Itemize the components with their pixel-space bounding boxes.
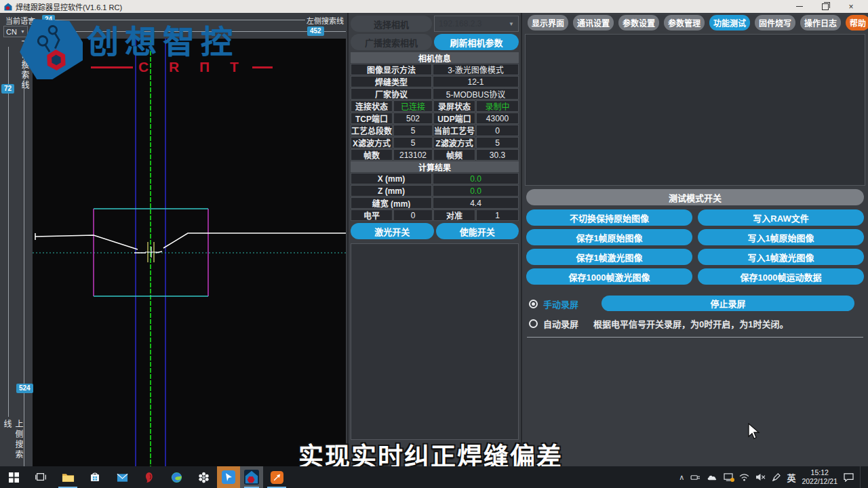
manual-record-label: 手动录屏: [543, 298, 578, 310]
left-search-line-slider[interactable]: [31, 31, 346, 32]
red-ribbon-icon: [144, 472, 154, 483]
action-center-icon[interactable]: [844, 473, 854, 482]
camera-image-view[interactable]: [33, 39, 346, 466]
tray-expand-chevron-icon[interactable]: ∧: [679, 473, 684, 482]
show-desktop-button[interactable]: [860, 466, 864, 488]
language-select[interactable]: CN ▼: [3, 26, 28, 37]
log-output-box: [525, 34, 865, 186]
table-row: 缝宽 (mm) 4.4: [351, 197, 519, 209]
ime-language-indicator[interactable]: 英: [787, 471, 795, 484]
select-camera-button[interactable]: 选择相机: [351, 16, 432, 32]
table-row: X滤波方式 5 Z滤波方式 5: [351, 137, 519, 148]
laser-profile-graphics: [33, 39, 346, 466]
bottom-search-line-slider[interactable]: [24, 47, 24, 466]
write-1-original-frame-button[interactable]: 写入1帧原始图像: [698, 229, 864, 245]
tab-display[interactable]: 显示界面: [528, 15, 568, 30]
divider: [527, 337, 863, 338]
connection-status: 已连接: [393, 100, 433, 112]
task-view-button[interactable]: [27, 466, 54, 488]
ms-store-button[interactable]: [81, 466, 108, 488]
refresh-camera-params-button[interactable]: 刷新相机参数: [434, 34, 519, 50]
close-button[interactable]: ×: [838, 0, 864, 13]
seam-center-cross: [145, 247, 157, 258]
language-label: 当前语言: [5, 15, 35, 26]
calc-result-header: 计算结果: [351, 161, 519, 172]
clock[interactable]: 15:12 2022/12/21: [802, 468, 837, 486]
left-search-line-label: 左侧搜索线: [307, 15, 344, 26]
tab-operation-log[interactable]: 操作日志: [800, 15, 841, 30]
bottom-search-line-label: 下侧搜索线: [19, 40, 31, 91]
table-row: 帧数 213102 帧频 30.3: [351, 149, 519, 161]
tray-time: 15:12: [811, 468, 829, 476]
volume-muted-icon[interactable]: [755, 473, 766, 481]
save-1000-motion-data-button[interactable]: 保存1000帧运动数据: [698, 268, 864, 285]
manual-record-radio[interactable]: [529, 300, 538, 308]
tab-communication[interactable]: 通讯设置: [573, 15, 614, 30]
orange-arrow-app-button[interactable]: [263, 466, 290, 488]
onedrive-cloud-icon[interactable]: [707, 474, 717, 481]
top-search-line-slider[interactable]: [8, 47, 9, 417]
wifi-icon[interactable]: [739, 474, 749, 481]
orange-arrow-app-icon: [270, 470, 284, 485]
function-panel: 显示界面 通讯设置 参数设置 参数管理 功能测试 固件烧写 操作日志 帮助 测试…: [521, 13, 868, 466]
camera-info-header: 相机信息: [351, 52, 519, 63]
weld-tracker-app-icon: [244, 470, 259, 485]
red-app-button[interactable]: [136, 466, 163, 488]
display-notification-icon[interactable]: [724, 473, 733, 481]
edge-browser-button[interactable]: [163, 466, 190, 488]
chevron-down-icon: ▼: [509, 21, 514, 27]
start-button[interactable]: [0, 466, 27, 488]
bottom-search-line-value: 524: [16, 384, 33, 393]
camera-ip-select[interactable]: 192.168.2.3 ▼: [434, 16, 519, 32]
broadcast-search-button[interactable]: 广播搜索相机: [351, 34, 432, 50]
save-1-original-frame-button[interactable]: 保存1帧原始图像: [526, 229, 692, 245]
usb-device-icon[interactable]: [690, 474, 701, 481]
z-offset-value: 0.0: [433, 185, 519, 197]
weld-tracker-app-button-active[interactable]: [240, 466, 263, 488]
top-search-line-value: 72: [1, 84, 14, 94]
titlebar: 焊缝跟踪器显控软件(V1.6.1 RC): [0, 0, 868, 13]
pen-input-icon[interactable]: [772, 473, 781, 482]
write-1-laser-frame-button[interactable]: 写入1帧激光图像: [698, 249, 864, 265]
table-row: 电平 0 对准 1: [351, 209, 519, 221]
tab-firmware[interactable]: 固件烧写: [755, 15, 795, 30]
auto-record-description: 根据电平信号开关录屏，为0时开启，为1时关闭。: [593, 317, 788, 330]
tab-parameter-management[interactable]: 参数管理: [664, 15, 705, 30]
top-search-line-label: 上侧搜索线: [1, 420, 24, 466]
help-button[interactable]: 帮助: [846, 15, 868, 30]
save-1-laser-frame-button[interactable]: 保存1帧激光图像: [526, 249, 692, 265]
tab-parameter-settings[interactable]: 参数设置: [618, 15, 659, 30]
chevron-down-icon: ▼: [20, 29, 25, 34]
auto-record-radio[interactable]: [529, 319, 538, 328]
test-mode-switch-button[interactable]: 测试模式开关: [526, 189, 864, 205]
mail-button[interactable]: [108, 466, 136, 488]
keep-original-image-button[interactable]: 不切换保持原始图像: [526, 209, 692, 226]
recording-status: 录制中: [476, 100, 519, 112]
file-explorer-button[interactable]: [54, 466, 81, 488]
enable-switch-button[interactable]: 使能开关: [436, 223, 519, 239]
table-row: TCP端口 502 UDP端口 43000: [351, 113, 519, 124]
seam-width-value: 4.4: [433, 197, 519, 209]
left-search-line-value: 452: [307, 26, 324, 36]
table-row: Z (mm) 0.0: [351, 185, 519, 197]
table-row: 工艺总段数 5 当前工艺号 0: [351, 125, 519, 136]
blue-arrow-app-icon: [221, 470, 236, 485]
mouse-cursor: [748, 423, 760, 443]
taskbar: ∧ 英 15:12 2022/12/21: [0, 466, 868, 488]
restore-button[interactable]: [812, 0, 838, 13]
windows-logo-icon: [9, 472, 19, 483]
minimize-button[interactable]: [787, 0, 812, 13]
align-value: 1: [476, 209, 519, 221]
function-button-grid: 不切换保持原始图像 写入RAW文件 保存1帧原始图像 写入1帧原始图像 保存1帧…: [526, 209, 864, 285]
table-row: 图像显示方法 3-激光图像模式: [351, 64, 519, 75]
write-raw-file-button[interactable]: 写入RAW文件: [698, 209, 864, 226]
stop-record-button[interactable]: 停止录屏: [601, 296, 854, 311]
x-offset-value: 0.0: [433, 173, 519, 184]
laser-switch-button[interactable]: 激光开关: [351, 223, 434, 239]
right-search-line-slider[interactable]: [27, 20, 305, 20]
save-1000-laser-frames-button[interactable]: 保存1000帧激光图像: [526, 268, 692, 285]
right-search-line-value: 24: [42, 15, 55, 24]
tab-function-test[interactable]: 功能测试: [709, 15, 750, 30]
flower-app-button[interactable]: [190, 466, 217, 488]
capture-tool-button-active[interactable]: [217, 466, 240, 488]
